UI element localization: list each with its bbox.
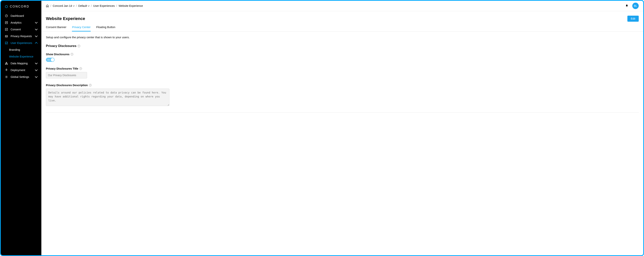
page-header: Website Experience Edit	[41, 11, 643, 22]
home-icon	[46, 4, 49, 7]
chevron-down-icon	[35, 62, 38, 64]
field-show-disclosures: Show Disclosures ? On	[46, 53, 639, 62]
topbar: / Concord Jan 14 / Default / User Experi…	[41, 1, 643, 11]
tabs: Consent Banner Privacy Center Floating B…	[41, 22, 643, 31]
sidebar-item-label: Consent	[10, 28, 33, 31]
chevron-down-icon	[35, 28, 38, 30]
intro-text: Setup and configure the privacy center t…	[46, 36, 639, 39]
sidebar-item-deployment[interactable]: Deployment	[1, 67, 41, 74]
sidebar-item-data-mapping[interactable]: Data Mapping	[1, 60, 41, 67]
field-disclosures-description: Privacy Disclosures Description ?	[46, 84, 639, 107]
breadcrumb-section[interactable]: User Experiences	[93, 4, 115, 7]
sidebar-item-label: Privacy Requests	[10, 35, 33, 38]
field-disclosures-title: Privacy Disclosures Title ?	[46, 67, 639, 78]
sidebar-item-consent[interactable]: Consent	[1, 26, 41, 33]
image-icon	[5, 41, 8, 44]
toggle-on-label: On	[47, 59, 50, 61]
breadcrumb-separator: /	[91, 4, 92, 7]
content: Setup and configure the privacy center t…	[41, 31, 643, 117]
sidebar-item-privacy-requests[interactable]: Privacy Requests	[1, 33, 41, 40]
svg-rect-6	[5, 64, 6, 64]
svg-point-8	[6, 70, 6, 70]
svg-point-9	[6, 77, 7, 77]
sidebar-item-label: Deployment	[10, 69, 33, 72]
breadcrumb-label: Concord Jan 14	[53, 4, 72, 7]
field-label-text: Privacy Disclosures Description	[46, 84, 88, 87]
main-area: / Concord Jan 14 / Default / User Experi…	[41, 1, 643, 255]
help-icon[interactable]: ?	[79, 67, 82, 70]
avatar-initials: BL	[634, 4, 637, 7]
gauge-icon	[5, 14, 8, 17]
sidebar-item-label: User Experiences	[10, 41, 33, 44]
svg-rect-4	[5, 42, 8, 44]
field-label-show-disclosures: Show Disclosures ?	[46, 53, 639, 56]
svg-rect-5	[6, 62, 7, 63]
sidebar-item-dashboard[interactable]: Dashboard	[1, 12, 41, 19]
sidebar: CONCORD Dashboard Analytics Consent Priv…	[1, 1, 41, 255]
field-label-text: Show Disclosures	[46, 53, 70, 56]
toggle-knob	[51, 58, 54, 61]
help-icon[interactable]: ?	[78, 45, 80, 47]
brand-logo[interactable]: CONCORD	[1, 3, 41, 12]
breadcrumb-env[interactable]: Default	[78, 4, 89, 7]
breadcrumb-home[interactable]	[46, 4, 49, 7]
sidebar-item-label: Branding	[9, 48, 37, 51]
input-disclosures-title[interactable]	[46, 72, 87, 78]
sidebar-item-label: Website Experience	[9, 55, 37, 58]
topbar-right: BL	[625, 3, 639, 9]
breadcrumb-page[interactable]: Website Experience	[118, 4, 143, 7]
sidebar-item-label: Data Mapping	[10, 62, 33, 65]
inbox-icon	[5, 35, 8, 38]
chevron-down-icon	[88, 5, 90, 6]
breadcrumb-label: Website Experience	[118, 4, 143, 7]
toggle-show-disclosures[interactable]: On	[46, 58, 54, 62]
rocket-icon	[5, 69, 8, 72]
help-icon[interactable]: ?	[89, 84, 92, 87]
breadcrumb-label: Default	[78, 4, 87, 7]
sidebar-item-analytics[interactable]: Analytics	[1, 19, 41, 26]
sidebar-item-label: Global Settings	[10, 75, 33, 78]
checkbox-icon	[5, 28, 8, 31]
brand-name: CONCORD	[10, 5, 30, 8]
gear-icon	[5, 75, 8, 78]
avatar[interactable]: BL	[632, 3, 639, 9]
chevron-down-icon	[35, 75, 38, 78]
sidebar-item-global-settings[interactable]: Global Settings	[1, 74, 41, 80]
chevron-down-icon	[35, 68, 38, 71]
help-icon[interactable]: ?	[71, 53, 73, 56]
chart-icon	[5, 21, 8, 24]
sidebar-item-user-experiences[interactable]: User Experiences	[1, 40, 41, 46]
section-title-text: Privacy Disclosures	[46, 44, 76, 48]
breadcrumb-label: User Experiences	[93, 4, 115, 7]
sidebar-subitem-branding[interactable]: Branding	[1, 46, 41, 53]
breadcrumb-separator: /	[76, 4, 77, 7]
chevron-down-icon	[73, 5, 75, 6]
sidebar-subitem-website-experience[interactable]: Website Experience	[1, 53, 41, 60]
chevron-up-icon	[35, 42, 38, 45]
chevron-down-icon	[35, 34, 38, 37]
tab-consent-banner[interactable]: Consent Banner	[46, 25, 66, 31]
edit-button[interactable]: Edit	[628, 16, 639, 22]
page-title: Website Experience	[46, 16, 85, 21]
svg-rect-7	[7, 64, 8, 64]
tab-privacy-center[interactable]: Privacy Center	[72, 25, 90, 31]
sidebar-item-label: Dashboard	[10, 14, 37, 17]
breadcrumb-separator: /	[50, 4, 51, 7]
concord-logo-icon	[5, 5, 8, 8]
sidebar-item-label: Analytics	[10, 21, 33, 24]
field-label-disclosures-description: Privacy Disclosures Description ?	[46, 84, 639, 87]
breadcrumb-org[interactable]: Concord Jan 14	[53, 4, 74, 7]
breadcrumb: / Concord Jan 14 / Default / User Experi…	[46, 4, 143, 7]
tab-floating-button[interactable]: Floating Button	[96, 25, 116, 31]
bell-icon[interactable]	[625, 4, 628, 8]
chevron-down-icon	[35, 21, 38, 23]
section-divider	[46, 112, 639, 113]
textarea-disclosures-description[interactable]	[46, 89, 170, 106]
breadcrumb-separator: /	[116, 4, 117, 7]
sitemap-icon	[5, 62, 8, 65]
field-label-disclosures-title: Privacy Disclosures Title ?	[46, 67, 639, 70]
section-title-privacy-disclosures: Privacy Disclosures ?	[46, 44, 639, 48]
field-label-text: Privacy Disclosures Title	[46, 67, 78, 70]
